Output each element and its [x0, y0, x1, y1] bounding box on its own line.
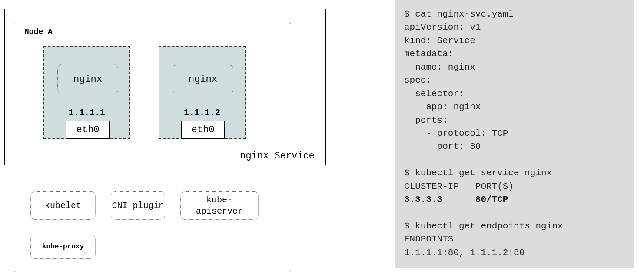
- component-kube-proxy: kube-proxy: [30, 235, 96, 259]
- yaml-line: ports:: [404, 115, 448, 125]
- container-nginx-2: nginx: [173, 64, 233, 94]
- pod-2-ip: 1.1.1.2: [159, 107, 245, 117]
- yaml-line: selector:: [404, 89, 465, 99]
- pod-1-iface: eth0: [66, 121, 110, 139]
- pod-1-ip: 1.1.1.1: [44, 107, 129, 117]
- yaml-line: spec:: [404, 75, 432, 85]
- yaml-line: name: nginx: [404, 62, 475, 72]
- node-label: Node A: [24, 27, 53, 36]
- ep-row: 1.1.1.1:80, 1.1.1.2:80: [404, 248, 524, 258]
- pod-1: nginx 1.1.1.1 eth0: [43, 46, 130, 139]
- yaml-line: - protocol: TCP: [404, 128, 508, 138]
- svc-row: 3.3.3.3 80/TCP: [404, 195, 508, 205]
- cmd-get-endpoints: $ kubectl get endpoints nginx: [404, 221, 563, 231]
- yaml-line: metadata:: [404, 49, 453, 59]
- component-cni-plugin: CNI plugin: [111, 191, 165, 220]
- container-nginx-1: nginx: [57, 64, 118, 94]
- cmd-cat: $ cat nginx-svc.yaml: [404, 9, 514, 19]
- component-kube-apiserver: kube- apiserver: [180, 191, 259, 220]
- yaml-line: apiVersion: v1: [404, 22, 481, 32]
- pod-2-iface: eth0: [181, 121, 225, 139]
- yaml-line: port: 80: [404, 141, 481, 151]
- diagram-area: nginx Service Node A nginx 1.1.1.1 eth0 …: [4, 9, 326, 270]
- pod-2: nginx 1.1.1.2 eth0: [159, 46, 246, 139]
- cmd-get-svc: $ kubectl get service nginx: [404, 168, 552, 178]
- yaml-line: kind: Service: [404, 36, 475, 46]
- svc-header: CLUSTER-IP PORT(S): [404, 181, 514, 191]
- terminal-panel: $ cat nginx-svc.yaml apiVersion: v1 kind…: [395, 0, 634, 268]
- yaml-line: app: nginx: [404, 102, 481, 112]
- component-kubelet: kubelet: [30, 191, 96, 220]
- ep-header: ENDPOINTS: [404, 234, 453, 244]
